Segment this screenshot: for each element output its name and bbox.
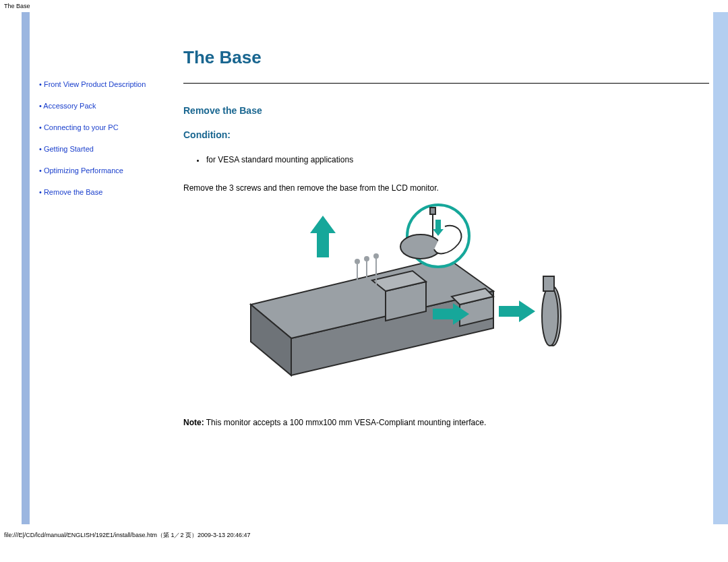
condition-item: for VESA standard mounting applications [205,155,709,164]
note-label: Note: [183,418,204,427]
svg-point-8 [355,259,359,263]
page-container: Front View Product Description Accessory… [0,12,728,524]
step-text: Remove the 3 screws and then remove the … [183,183,709,193]
sidebar-item-remove-base[interactable]: Remove the Base [39,187,170,197]
svg-rect-15 [433,309,453,319]
svg-rect-26 [435,220,441,229]
footer-path: file:///E|/CD/lcd/manual/ENGLISH/192E1/i… [0,528,728,542]
sidebar-item-optimizing-performance[interactable]: Optimizing Performance [39,166,170,175]
svg-point-25 [400,235,441,259]
svg-marker-12 [310,216,336,233]
svg-point-20 [542,286,558,346]
condition-heading: Condition: [183,129,709,140]
sidebar-item-getting-started[interactable]: Getting Started [39,144,170,154]
svg-point-10 [374,254,378,258]
sidebar-item-front-view[interactable]: Front View Product Description [39,80,170,89]
page-title: The Base [183,47,709,68]
svg-rect-24 [430,208,435,214]
main-content: The Base Remove the Base Condition: for … [177,12,709,524]
left-decor-bar [22,12,30,524]
sidebar-nav: Front View Product Description Accessory… [30,12,177,524]
svg-rect-17 [499,306,519,317]
section-title: Remove the Base [183,105,709,116]
note-text: This monitor accepts a 100 mmx100 mm VES… [204,418,487,427]
sidebar-item-accessory-pack[interactable]: Accessory Pack [39,101,170,111]
top-label: The Base [0,0,728,12]
note-line: Note: This monitor accepts a 100 mmx100 … [183,418,709,427]
title-rule [183,83,709,84]
right-decor-bar [713,12,728,524]
svg-marker-18 [519,301,535,322]
svg-point-9 [365,257,369,261]
diagram-remove-base [210,204,696,399]
sidebar-item-connecting-pc[interactable]: Connecting to your PC [39,123,170,132]
svg-rect-11 [317,233,329,257]
condition-list: for VESA standard mounting applications [205,155,709,164]
svg-rect-21 [543,276,554,291]
